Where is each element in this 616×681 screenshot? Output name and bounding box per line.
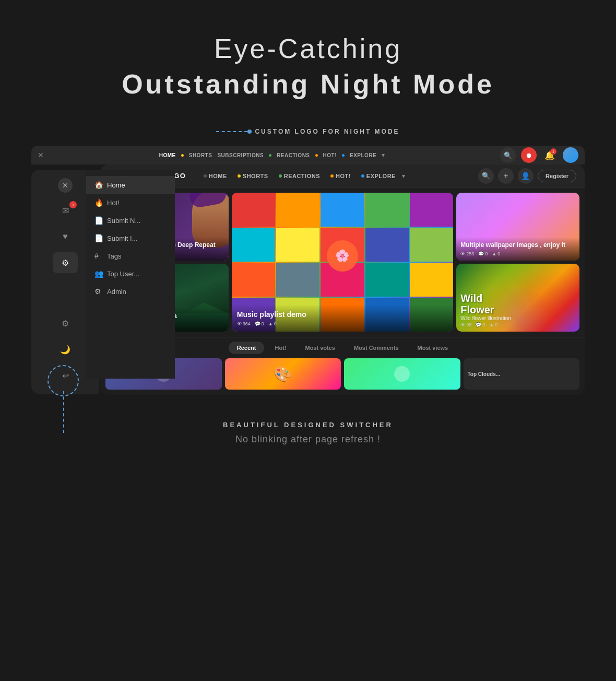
tab-mostviews[interactable]: Most views <box>409 342 457 354</box>
old-nav-bell[interactable]: 🔔 1 <box>542 147 558 163</box>
nav-link-reactions[interactable]: REACTIONS <box>275 171 324 181</box>
wallpaper-comments: 💬 0 <box>478 251 488 256</box>
nav-actions: 🔍 + 👤 Register <box>478 168 576 184</box>
sidebar-settings-icon[interactable]: ⚙ <box>53 252 78 273</box>
sidebar-nav-submitn[interactable]: 📄 Submit N... <box>86 212 175 229</box>
old-nav-close[interactable]: ✕ <box>38 151 44 159</box>
messages-badge: 1 <box>69 201 77 208</box>
nav-link-home[interactable]: HOME <box>199 171 231 181</box>
wallpaper-views: 👁 253 <box>460 251 474 256</box>
center-stats: 👁 364 💬 0 ▲ 0 <box>237 321 448 326</box>
sidebar-messages-icon[interactable]: ✉ 1 <box>53 200 78 221</box>
hero-section: Eye-Catching Outstanding Night Mode <box>0 0 616 123</box>
wallpaper-stats: 👁 253 💬 0 ▲ 0 <box>460 251 575 256</box>
old-nav-shorts[interactable]: SHORTS <box>189 152 212 158</box>
right-column: Multiple wallpaper images , enjoy it 👁 2… <box>456 193 579 332</box>
sidebar-nav-admin-label: Admin <box>107 288 126 296</box>
tab-hot[interactable]: Hot! <box>266 342 294 354</box>
wildflower-comments: 💬 0 <box>476 322 485 327</box>
annotation-dot <box>247 130 252 134</box>
nav-chevron[interactable]: ▾ <box>402 172 405 180</box>
sidebar-likes-icon[interactable]: ♥ <box>53 226 78 247</box>
hero-line1: Eye-Catching <box>214 33 402 64</box>
explore-dot <box>361 174 364 178</box>
dashed-line-left <box>216 131 247 132</box>
center-title: Music playlist demo <box>237 310 448 319</box>
thumb-4[interactable]: Top Clouds... <box>464 358 580 390</box>
users-icon: 👥 <box>94 269 103 278</box>
sidebar-close-button[interactable]: ✕ <box>58 178 73 193</box>
switcher-label: Beautiful designed switcher <box>10 421 606 429</box>
tab-mostvotes[interactable]: Most votes <box>297 342 343 354</box>
sidebar-nav-submiti[interactable]: 📄 Submit I... <box>86 229 175 247</box>
sidebar-nav-tags[interactable]: # Tags <box>86 247 175 265</box>
thumb-3[interactable] <box>344 358 460 390</box>
thumb-2[interactable]: 🎨 <box>225 358 341 390</box>
bottom-card-title: Top Clouds... <box>468 371 501 377</box>
sidebar-gear2-icon[interactable]: ⚙ <box>53 313 78 334</box>
thumb2-emoji: 🎨 <box>274 366 292 383</box>
admin-icon: ⚙ <box>94 287 103 296</box>
center-views: 👁 364 <box>237 321 251 326</box>
dashed-line-vertical <box>63 391 64 433</box>
home-icon: 🏠 <box>94 181 103 189</box>
nav-links: HOME SHORTS REACTIONS HOT! EXPLORE ▾ <box>199 171 475 181</box>
old-nav-bar: ✕ HOME SHORTS SUBSCRIPTIONS REACTIONS HO… <box>31 146 585 165</box>
center-comments: 💬 0 <box>255 321 264 326</box>
mockup-outer: ✕ HOME SHORTS SUBSCRIPTIONS REACTIONS HO… <box>31 146 585 395</box>
bell-badge: 1 <box>550 148 556 155</box>
shorts-dot <box>238 174 241 178</box>
nav-link-shorts[interactable]: SHORTS <box>233 171 273 181</box>
card-wildflower[interactable]: WildFlower Wild flower illustration 👁 98… <box>456 264 579 332</box>
wallpaper-title: Multiple wallpaper images , enjoy it <box>460 241 575 250</box>
nav-add-button[interactable]: + <box>498 168 514 184</box>
nav-user-button[interactable]: 👤 <box>518 168 534 184</box>
card-wallpaper[interactable]: Multiple wallpaper images , enjoy it 👁 2… <box>456 193 579 261</box>
sidebar-nav-submitn-label: Submit N... <box>107 217 140 225</box>
tab-recent[interactable]: Recent <box>229 342 265 354</box>
nav-search-button[interactable]: 🔍 <box>478 168 494 184</box>
wildflower-votes: ▲ 0 <box>489 322 497 327</box>
nav-register-button[interactable]: Register <box>538 170 576 182</box>
mockup-inner: ✕ ✉ 1 ♥ ⚙ ⚙ 🌙 ↩ <box>31 165 585 395</box>
sidebar-nav-topusers[interactable]: 👥 Top User... <box>86 265 175 283</box>
card-center[interactable]: 🌸 Music playlist demo 👁 364 💬 0 ▲ 0 <box>232 193 453 332</box>
annotation-label: Custom Logo for Night Mode <box>255 128 399 135</box>
sidebar-nav-submiti-label: Submit I... <box>107 234 138 242</box>
sidebar-moon-icon[interactable]: 🌙 <box>53 339 78 360</box>
old-nav-search[interactable]: 🔍 <box>500 147 516 163</box>
sidebar-nav-admin[interactable]: ⚙ Admin <box>86 283 175 300</box>
old-nav-avatar[interactable] <box>563 147 578 163</box>
switcher-description: No blinking after page refresh ! <box>10 434 606 445</box>
tab-mostcomments[interactable]: Most Comments <box>346 342 407 354</box>
old-nav-reactions[interactable]: REACTIONS <box>277 152 310 158</box>
submit-image-icon: 📄 <box>94 234 103 242</box>
old-nav-home[interactable]: HOME <box>159 152 176 158</box>
old-nav-chevron[interactable]: ▾ <box>382 151 385 159</box>
old-nav-record[interactable]: ⏺ <box>521 147 537 163</box>
submit-news-icon: 📄 <box>94 216 103 225</box>
wallpaper-votes: ▲ 0 <box>492 251 500 256</box>
wallpaper-overlay: Multiple wallpaper images , enjoy it 👁 2… <box>456 237 579 261</box>
sidebar-nav-hot[interactable]: 🔥 Hot! <box>86 194 175 212</box>
annotation-top: Custom Logo for Night Mode <box>0 128 616 135</box>
sidebar-expanded: 🏠 Home 🔥 Hot! 📄 Submit N... 📄 Submit I..… <box>86 170 175 379</box>
wildflower-text: WildFlower Wild flower illustration 👁 98… <box>460 292 575 327</box>
old-nav-explore[interactable]: EXPLORE <box>350 152 376 158</box>
old-nav-hot[interactable]: HOT! <box>323 152 337 158</box>
fire-icon: 🔥 <box>94 198 103 207</box>
tag-icon: # <box>94 252 103 260</box>
nav-link-explore[interactable]: EXPLORE <box>357 171 400 181</box>
thumb3-avatar <box>394 366 410 382</box>
wildflower-subtitle: Wild flower illustration <box>460 315 575 321</box>
center-votes: ▲ 0 <box>268 321 277 326</box>
wildflower-stats: 👁 98 💬 0 ▲ 0 <box>460 322 575 327</box>
wildflower-views: 👁 98 <box>460 322 471 327</box>
old-nav-subscriptions[interactable]: SUBSCRIPTIONS <box>217 152 264 158</box>
nav-link-hot[interactable]: HOT! <box>326 171 355 181</box>
switcher-section: Beautiful designed switcher No blinking … <box>0 395 616 466</box>
sidebar-exit-icon[interactable]: ↩ <box>53 365 78 386</box>
sidebar-nav-home[interactable]: 🏠 Home <box>86 176 175 194</box>
sidebar-nav-tags-label: Tags <box>107 252 121 260</box>
sidebar-nav-topusers-label: Top User... <box>107 270 139 278</box>
